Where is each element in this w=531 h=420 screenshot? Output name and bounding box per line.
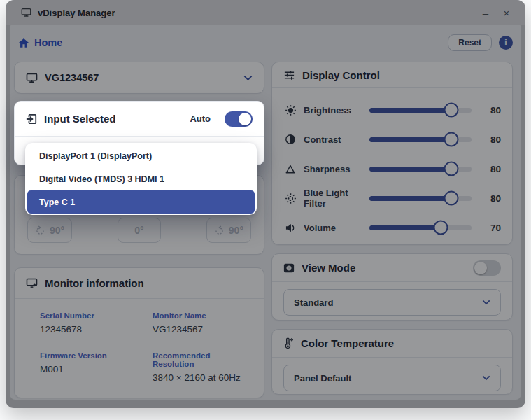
auto-toggle-knob xyxy=(239,113,251,125)
auto-toggle[interactable] xyxy=(225,111,253,127)
app-window: vDisplay Manager – × Home Reset i xyxy=(6,0,525,408)
auto-label: Auto xyxy=(190,113,211,124)
input-source-dropdown: DisplayPort 1 (DisplayPort) Digital Vide… xyxy=(25,143,257,215)
input-selected-header: Input Selected Auto xyxy=(15,102,264,136)
input-option-typec[interactable]: Type C 1 xyxy=(27,190,255,214)
input-option-hdmi[interactable]: Digital Video (TMDS) 3 HDMI 1 xyxy=(27,167,255,190)
input-selected-title: Input Selected xyxy=(44,113,116,125)
input-option-displayport[interactable]: DisplayPort 1 (DisplayPort) xyxy=(27,144,255,167)
input-icon xyxy=(26,113,37,125)
